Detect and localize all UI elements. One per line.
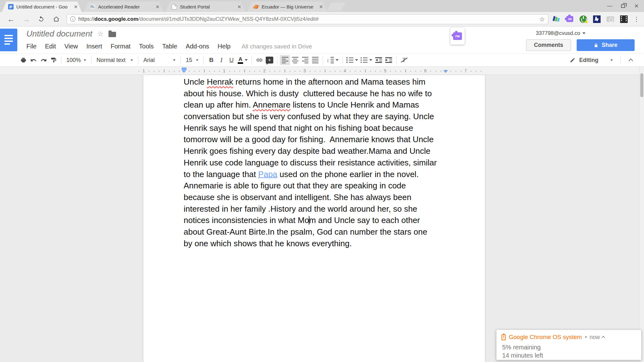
map-extension-icon[interactable] [593, 15, 601, 23]
doc-line[interactable]: tomorrow will be a good day for fishing.… [184, 134, 437, 145]
back-button[interactable]: ← [6, 14, 16, 25]
document-page[interactable]: Uncle Henrak returns home in the afterno… [143, 75, 485, 362]
insert-link-button[interactable] [254, 55, 264, 65]
underline-button[interactable]: U [226, 55, 236, 65]
menu-file[interactable]: File [26, 43, 36, 50]
menu-addons[interactable]: Add-ons [186, 43, 209, 50]
menu-format[interactable]: Format [111, 43, 130, 50]
restore-button[interactable] [621, 4, 625, 8]
chevron-down-icon [196, 59, 198, 61]
document-title[interactable]: Untitled document [26, 29, 92, 39]
bold-button[interactable]: B [206, 55, 216, 65]
reload-button[interactable] [36, 14, 47, 25]
doc-line[interactable]: Henrik goes fishing every day despite ba… [184, 145, 437, 157]
doc-line[interactable]: Annemarie is able to figure out that the… [184, 180, 437, 192]
first-line-indent-marker[interactable] [182, 68, 186, 70]
tab-close-icon[interactable]: ✕ [236, 4, 242, 10]
collapse-toolbar-button[interactable] [626, 55, 636, 65]
tab-ecuador-big-universe[interactable]: Ecuador — Big Universe ✕ [247, 2, 327, 12]
zoom-select[interactable]: 100% [64, 55, 89, 65]
new-tab-button[interactable] [327, 3, 346, 11]
doc-line[interactable]: to the language that Papa used on the ph… [184, 169, 437, 180]
undo-button[interactable] [28, 55, 38, 65]
doc-line[interactable]: notices inconsistencies in what Mom and … [184, 214, 437, 226]
doc-link[interactable]: Papa [258, 170, 277, 179]
doc-line[interactable]: Henrik says he will spend that night on … [184, 122, 437, 134]
save-status[interactable]: All changes saved in Drive [242, 43, 312, 50]
menu-table[interactable]: Table [162, 43, 177, 50]
film-extension-icon[interactable] [620, 15, 628, 23]
clear-formatting-button[interactable]: T [399, 55, 409, 65]
power-extension-icon[interactable] [579, 15, 587, 23]
doc-line[interactable]: about Great-Aunt Birte.In the psalm, God… [184, 226, 437, 238]
align-center-button[interactable] [290, 55, 300, 65]
font-family-select[interactable]: Arial [141, 55, 178, 65]
share-button[interactable]: Share [577, 39, 635, 51]
scrollbar-thumb[interactable] [640, 73, 643, 97]
decrease-indent-button[interactable] [374, 55, 384, 65]
collapse-notification-icon[interactable] [602, 336, 605, 339]
paragraph-style-select[interactable]: Normal text [94, 55, 136, 65]
tab-student-portal[interactable]: Student Portal ✕ [165, 2, 245, 12]
system-notification[interactable]: ! Google Chrome OS system • now 5% remai… [496, 330, 641, 360]
tab-close-icon[interactable]: ✕ [318, 4, 324, 10]
home-button[interactable] [51, 14, 62, 25]
numbered-list-button[interactable] [345, 55, 359, 65]
paint-format-button[interactable] [48, 55, 58, 65]
film-icon [620, 15, 628, 23]
doc-line[interactable]: about his house. Which is dusty cluttere… [184, 88, 437, 99]
docs-logo[interactable] [0, 29, 17, 51]
forward-button[interactable]: → [21, 14, 31, 25]
menu-help[interactable]: Help [218, 43, 230, 50]
bookmark-star-icon[interactable]: ☆ [539, 15, 546, 23]
doc-line[interactable]: interested in her family .History and th… [184, 203, 437, 215]
ruler-tick [169, 71, 169, 72]
extension-bars-icon[interactable] [552, 15, 560, 23]
justify-button[interactable] [310, 55, 320, 65]
italic-button[interactable]: I [216, 55, 226, 65]
mode-select[interactable]: Editing [567, 55, 615, 65]
tab-untitled-document[interactable]: Untitled document - Goo ✕ [2, 2, 82, 12]
screenshot-extension-icon[interactable] [606, 15, 614, 23]
menu-view[interactable]: View [64, 43, 78, 50]
browser-menu-icon[interactable]: ⋮ [633, 15, 640, 23]
print-button[interactable] [18, 55, 28, 65]
account-menu[interactable]: 337798@cvusd.co [536, 30, 586, 36]
page-info-icon[interactable]: i [70, 16, 75, 22]
insert-comment-button[interactable]: + [264, 55, 275, 65]
ruler-tick [335, 71, 336, 72]
doc-line[interactable]: by one which shows that he knows everyth… [184, 238, 437, 249]
doc-line[interactable]: Henrik use code language to discuss thei… [184, 157, 437, 169]
chevron-down-icon [336, 59, 339, 61]
doc-line[interactable]: Uncle Henrak returns home in the afterno… [184, 76, 437, 88]
menu-edit[interactable]: Edit [45, 43, 56, 50]
tab-accelerated-reader[interactable]: RL Accelerated Reader ✕ [84, 2, 164, 12]
align-right-button[interactable] [300, 55, 310, 65]
scrollbar[interactable] [639, 67, 644, 362]
tab-close-icon[interactable]: ✕ [155, 4, 160, 10]
doc-line[interactable]: because she is observant and intelligent… [184, 192, 437, 203]
font-size-select[interactable]: 15 [183, 55, 201, 65]
move-to-folder-icon[interactable] [108, 32, 116, 37]
minimize-button[interactable]: — [607, 3, 613, 9]
doc-line[interactable]: clean up after him. Annemare listens to … [184, 99, 437, 111]
close-button[interactable]: ✕ [633, 3, 640, 9]
text-color-button[interactable]: A [236, 55, 249, 65]
left-indent-marker[interactable] [181, 70, 186, 73]
menu-tools[interactable]: Tools [139, 43, 154, 50]
doc-text-segment: Henrik says he will spend that night on … [184, 123, 413, 133]
notification-line1: 5% remaining [502, 343, 636, 351]
read-write-floating-button[interactable]: rw [450, 28, 465, 45]
doc-line[interactable]: conversation but she is very confused by… [184, 111, 437, 122]
bulleted-list-button[interactable] [359, 55, 374, 65]
menu-insert[interactable]: Insert [86, 43, 102, 50]
align-left-button[interactable] [280, 55, 290, 65]
redo-button[interactable] [38, 55, 48, 65]
comments-button[interactable]: Comments [526, 39, 571, 51]
line-spacing-button[interactable]: ↕ [325, 55, 340, 65]
read-write-extension-icon[interactable]: rw [566, 15, 574, 23]
star-document-icon[interactable]: ☆ [97, 30, 104, 38]
increase-indent-button[interactable] [384, 55, 394, 65]
address-bar[interactable]: i https://docs.google.com/document/d/1md… [67, 14, 548, 24]
tab-close-icon[interactable]: ✕ [73, 4, 79, 10]
